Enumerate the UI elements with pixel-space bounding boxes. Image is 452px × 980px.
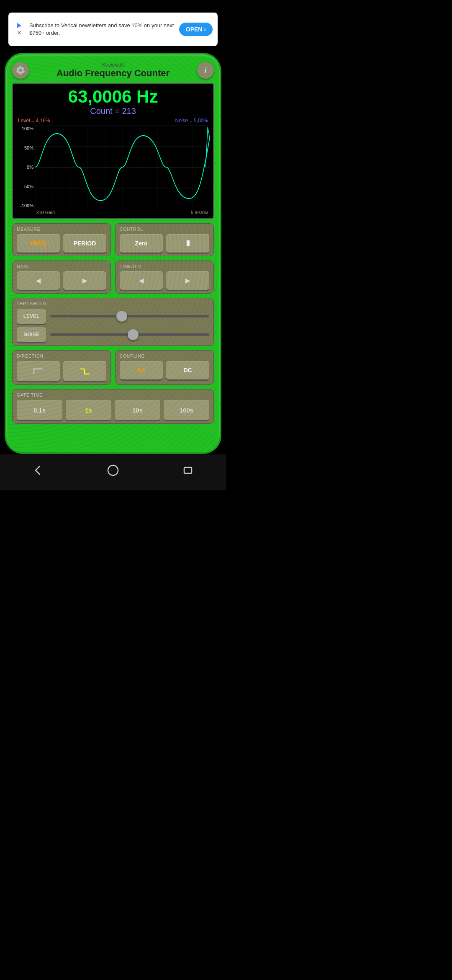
gate-100s-button[interactable]: 100s	[164, 400, 209, 420]
device-body: Keuwlsoft Audio Frequency Counter i 63,0…	[6, 54, 220, 452]
noise-threshold-row: NOISE	[17, 327, 209, 342]
timediv-label: TIME/DIV	[120, 264, 209, 269]
coupling-label: COUPLING	[120, 354, 209, 358]
gain-buttons: ◀ ▶	[17, 271, 106, 290]
period-button[interactable]: PERIOD	[63, 234, 106, 253]
div-label: 5 ms/div	[191, 210, 208, 215]
y-label-50: 50%	[16, 145, 35, 150]
gate-10s-button[interactable]: 10s	[115, 400, 160, 420]
gain-timediv-row: GAIN ◀ ▶ TIME/DIV ◀ ▶	[12, 260, 214, 294]
threshold-panel: THRESHOLD LEVEL NOISE	[12, 298, 214, 346]
count-display: Count = 213	[16, 106, 210, 116]
dc-button[interactable]: DC	[166, 361, 209, 379]
gain-left-icon: ◀	[36, 277, 41, 284]
pause-icon: ⏸	[184, 239, 192, 248]
frequency-display: 63,0006 Hz	[16, 87, 210, 106]
navigation-bar	[0, 454, 226, 490]
measure-control-row: MEASURE FREQ PERIOD CONTROL Zero ⏸	[12, 223, 214, 256]
coupling-buttons: AC DC	[120, 361, 209, 379]
timediv-panel: TIME/DIV ◀ ▶	[115, 260, 214, 294]
y-label-n100: -100%	[16, 203, 35, 208]
direction-panel: DIRECTION	[12, 350, 111, 385]
gain-right-icon: ▶	[82, 277, 87, 284]
gate-01s-button[interactable]: 0.1s	[17, 400, 62, 420]
settings-button[interactable]	[12, 62, 29, 79]
level-slider-track[interactable]	[50, 315, 209, 317]
gain-label-text: GAIN	[17, 264, 106, 269]
svg-point-6	[108, 465, 118, 475]
y-axis-labels: 100% 50% 0% -50% -100%	[16, 125, 35, 209]
app-title-group: Keuwlsoft Audio Frequency Counter	[56, 62, 170, 79]
falling-edge-button[interactable]	[63, 361, 106, 381]
ad-open-button[interactable]: OPEN ›	[179, 23, 213, 36]
direction-buttons	[17, 361, 106, 381]
gate-time-label: GATE TIME	[17, 393, 209, 397]
gain-label: x10 Gain	[36, 210, 55, 215]
timediv-right-icon: ▶	[185, 277, 190, 284]
grid-area	[35, 125, 210, 209]
gain-left-button[interactable]: ◀	[17, 271, 60, 290]
gain-right-button[interactable]: ▶	[63, 271, 106, 290]
gate-time-panel: GATE TIME 0.1s 1s 10s 100s	[12, 389, 214, 424]
oscilloscope-screen: 63,0006 Hz Count = 213 Level = 4,16% Noi…	[12, 83, 214, 219]
waveform-display: 100% 50% 0% -50% -100%	[16, 125, 210, 209]
timediv-right-button[interactable]: ▶	[166, 271, 209, 290]
rising-edge-button[interactable]	[17, 361, 60, 381]
gain-panel: GAIN ◀ ▶	[12, 260, 111, 294]
back-nav-button[interactable]	[27, 460, 48, 481]
zero-button[interactable]: Zero	[120, 234, 163, 253]
direction-coupling-row: DIRECTION COUPLING AC	[12, 350, 214, 385]
level-threshold-row: LEVEL	[17, 309, 209, 324]
screen-stats: Level = 4,16% Noise = 5,00%	[16, 118, 210, 124]
direction-label: DIRECTION	[17, 354, 106, 358]
app-header: Keuwlsoft Audio Frequency Counter i	[12, 62, 214, 79]
app-subtitle: Keuwlsoft	[56, 62, 170, 68]
timediv-buttons: ◀ ▶	[120, 271, 209, 290]
coupling-panel: COUPLING AC DC	[115, 350, 214, 385]
y-label-n50: -50%	[16, 184, 35, 189]
recent-nav-button[interactable]	[178, 460, 199, 481]
app-title: Audio Frequency Counter	[56, 68, 170, 79]
ac-button[interactable]: AC	[120, 361, 163, 379]
ad-play-icon: ✕	[13, 23, 25, 35]
y-label-0: 0%	[16, 165, 35, 170]
pause-button[interactable]: ⏸	[166, 234, 209, 253]
freq-button[interactable]: FREQ	[17, 234, 60, 253]
noise-button[interactable]: NOISE	[17, 327, 46, 342]
ad-close-icon[interactable]: ✕	[17, 29, 22, 36]
control-panel: CONTROL Zero ⏸	[115, 223, 214, 256]
level-button[interactable]: LEVEL	[17, 309, 46, 324]
gate-time-buttons: 0.1s 1s 10s 100s	[17, 400, 209, 420]
measure-label: MEASURE	[17, 227, 106, 232]
noise-slider-track[interactable]	[50, 333, 209, 336]
timediv-left-button[interactable]: ◀	[120, 271, 163, 290]
measure-panel: MEASURE FREQ PERIOD	[12, 223, 111, 256]
svg-rect-7	[184, 467, 192, 473]
control-buttons: Zero ⏸	[120, 234, 209, 253]
noise-display: Noise = 5,00%	[175, 118, 208, 124]
timediv-left-icon: ◀	[139, 277, 144, 284]
noise-slider-thumb[interactable]	[128, 329, 139, 340]
ad-text: Subscribe to Verical newsletters and sav…	[29, 22, 175, 37]
level-display: Level = 4,16%	[18, 118, 50, 124]
measure-buttons: FREQ PERIOD	[17, 234, 106, 253]
ad-banner: ✕ Subscribe to Verical newsletters and s…	[8, 13, 218, 46]
home-nav-button[interactable]	[103, 460, 123, 481]
control-label: CONTROL	[120, 227, 209, 232]
screen-footer: x10 Gain 5 ms/div	[16, 209, 210, 215]
gate-1s-button[interactable]: 1s	[66, 400, 111, 420]
threshold-label: THRESHOLD	[17, 302, 209, 306]
info-button[interactable]: i	[197, 62, 214, 79]
y-label-100: 100%	[16, 126, 35, 131]
level-slider-thumb[interactable]	[116, 311, 127, 322]
